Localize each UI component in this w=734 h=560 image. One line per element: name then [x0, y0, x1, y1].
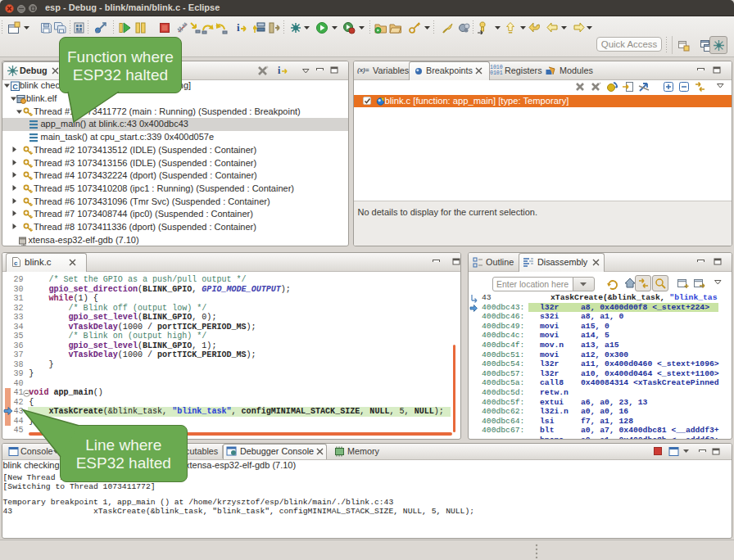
- svg-text:c: c: [14, 260, 18, 267]
- svg-text:i: i: [278, 65, 281, 76]
- svg-text:i: i: [237, 21, 240, 34]
- svg-text:C: C: [12, 83, 18, 91]
